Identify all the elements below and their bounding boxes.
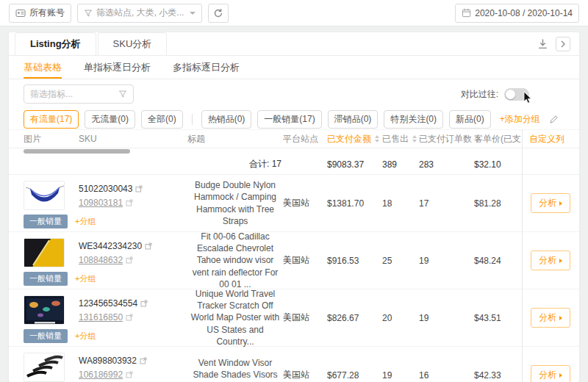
avg-price-cell: $81.28 [474, 198, 522, 209]
header-custom-columns[interactable]: 自定义列 [522, 130, 579, 148]
add-to-group-link[interactable]: +分组 [75, 216, 96, 227]
funnel-icon [118, 90, 127, 98]
chip-new-products[interactable]: 新品(0) [449, 110, 491, 129]
listing-title: Unique World Travel Tracker Scratch Off … [187, 288, 283, 347]
external-link-icon[interactable] [145, 242, 152, 250]
analyze-button[interactable]: 分析 [531, 365, 570, 382]
add-to-group-link[interactable]: +分组 [75, 331, 96, 342]
paid-amount-cell: $1381.70 [327, 198, 382, 209]
title-cell: Vent Window Visor Shade Shades Visors Ra… [187, 357, 283, 382]
chip-all[interactable]: 全部(0) [141, 110, 183, 129]
product-image-cell [24, 175, 79, 210]
metric-filter-input[interactable] [30, 89, 114, 99]
date-range-label: 2020-10-08 / 2020-10-14 [475, 8, 573, 18]
summary-sold: 389 [382, 159, 419, 170]
tab-listing-label: Listing分析 [30, 37, 81, 51]
horizontal-scrollbar [9, 148, 579, 154]
sales-tag-badge: 一般销量 [24, 272, 68, 286]
paid-amount-cell: $916.53 [327, 256, 382, 266]
analyze-button[interactable]: 分析 [531, 251, 570, 270]
product-image-cell [24, 232, 79, 267]
product-thumbnail-deflector [24, 238, 65, 267]
site-filter-label: 筛选站点, 大类, 小类... [96, 7, 184, 19]
refresh-button[interactable] [208, 4, 229, 23]
sold-cell: 25 [382, 256, 419, 266]
chip-has-traffic[interactable]: 有流量(17) [24, 110, 79, 129]
funnel-icon [84, 9, 93, 18]
title-cell: Fit 00-06 Cadillac Escalade Chevrolet Ta… [187, 231, 283, 290]
tag-line: 一般销量 +分组 [24, 272, 96, 286]
main-card: Listing分析 SKU分析 基础表格 单指标逐日分析 多指标逐日分析 对比过… [9, 32, 579, 382]
add-to-group-link[interactable]: +分组 [75, 273, 96, 284]
chip-no-traffic[interactable]: 无流量(0) [85, 110, 135, 129]
sales-tag-badge: 一般销量 [24, 215, 68, 228]
subtab-multi-metric-daily[interactable]: 多指标逐日分析 [173, 56, 240, 79]
header-sold-sort[interactable]: 已售出 [382, 133, 419, 145]
sku-cell: WE3442334230 108848632 [79, 232, 187, 265]
listing-title: Fit 00-06 Cadillac Escalade Chevrolet Ta… [187, 231, 283, 290]
chip-watchlist[interactable]: 特别关注(0) [384, 110, 443, 129]
header-sku: SKU [79, 134, 187, 144]
analyze-label: 分析 [539, 369, 556, 381]
chevron-down-icon [190, 12, 196, 15]
fixed-column-divider [522, 129, 523, 382]
actions-cell: 分析 [522, 175, 579, 231]
edit-pencil-icon[interactable] [549, 115, 559, 124]
orders-cell: 16 [419, 370, 474, 381]
sku-cell: 51022030043 109803181 [79, 175, 187, 208]
external-link-icon[interactable] [126, 256, 133, 264]
subtab-single-metric-daily[interactable]: 单指标逐日分析 [84, 56, 151, 79]
strip-actions [537, 37, 579, 51]
horizontal-scrollbar-thumb[interactable] [24, 149, 130, 154]
orders-cell: 19 [419, 256, 474, 266]
external-link-icon[interactable] [140, 357, 147, 364]
header-paid-amount-sort[interactable]: 已支付金额 [327, 133, 382, 145]
sku-code: WA898803932 [79, 356, 137, 366]
listing-id-link[interactable]: 109803181 [79, 198, 123, 208]
chip-slow-sellers[interactable]: 滞销品(0) [328, 110, 379, 129]
accounts-button[interactable]: 所有账号 [9, 4, 71, 23]
analyze-button[interactable]: 分析 [531, 193, 570, 213]
avg-price-cell: $42.33 [474, 370, 522, 381]
listing-id-link[interactable]: 106186992 [79, 370, 123, 380]
tab-sku-analysis[interactable]: SKU分析 [98, 32, 168, 55]
tabstrip: Listing分析 SKU分析 [9, 32, 579, 56]
sales-tag-badge: 一般销量 [24, 329, 68, 343]
site-cell: 美国站 [283, 197, 327, 209]
paid-amount-cell: $677.28 [327, 370, 382, 381]
external-link-icon[interactable] [140, 300, 148, 307]
orders-cell: 19 [419, 313, 474, 323]
subtab-basic-table[interactable]: 基础表格 [24, 56, 62, 79]
compare-past-toggle[interactable] [504, 88, 529, 101]
listing-id-link[interactable]: 131616850 [79, 312, 123, 322]
actions-cell: 分析 [522, 232, 579, 289]
expand-panel-button[interactable] [556, 37, 570, 51]
header-orders-sort[interactable]: 已支付订单数 [419, 133, 474, 145]
site-cell: 美国站 [283, 254, 327, 267]
chip-hot-sellers[interactable]: 热销品(0) [201, 110, 252, 129]
sku-cell: WA898803932 106186992 [79, 347, 187, 380]
toggle-knob [506, 90, 515, 99]
date-range-picker[interactable]: 2020-10-08 / 2020-10-14 [455, 4, 579, 23]
listing-id-link[interactable]: 108848632 [79, 255, 123, 265]
play-caret-icon [559, 373, 562, 378]
listing-title: Budge Double Nylon Hammock / Camping Ham… [187, 179, 283, 227]
add-group-button[interactable]: +添加分组 [497, 111, 543, 128]
external-link-icon[interactable] [126, 199, 133, 206]
header-paid-label: 已支付金额 [327, 133, 371, 145]
play-caret-icon [559, 316, 562, 320]
play-caret-icon [559, 201, 562, 206]
chip-normal-sales[interactable]: 一般销量(17) [257, 110, 321, 129]
analyze-button[interactable]: 分析 [531, 308, 570, 328]
external-link-icon[interactable] [126, 314, 133, 321]
table-row: 一般销量 +分组 123456534554 131616850 Unique W… [9, 289, 579, 347]
table-row: 一般销量 +分组 51022030043 109803181 Budge Dou… [9, 175, 579, 232]
site-filter-dropdown[interactable]: 筛选站点, 大类, 小类... [77, 4, 202, 23]
tab-listing-analysis[interactable]: Listing分析 [15, 32, 96, 55]
chips-divider [192, 114, 193, 125]
product-thumbnail-world-map [24, 295, 65, 325]
external-link-icon[interactable] [135, 185, 143, 192]
sort-icon [412, 135, 417, 143]
download-icon[interactable] [537, 38, 548, 49]
external-link-icon[interactable] [126, 371, 133, 378]
